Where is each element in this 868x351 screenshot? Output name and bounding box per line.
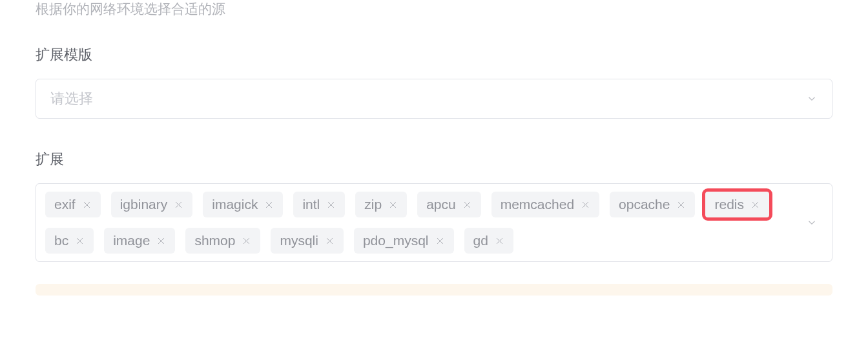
helper-text: 根据你的网络环境选择合适的源 <box>36 0 832 18</box>
extension-tag-exif[interactable]: exif <box>45 192 101 217</box>
tag-label: pdo_mysql <box>363 233 429 248</box>
extension-tag-mysqli[interactable]: mysqli <box>271 228 344 254</box>
extension-tag-redis[interactable]: redis <box>705 192 769 217</box>
extensions-tag-container[interactable]: exifigbinaryimagickintlzipapcumemcachedo… <box>36 183 832 262</box>
tag-label: zip <box>364 197 382 212</box>
extension-tag-imagick[interactable]: imagick <box>203 192 283 217</box>
tag-label: imagick <box>212 197 258 212</box>
close-icon[interactable] <box>75 236 85 246</box>
close-icon[interactable] <box>435 236 445 246</box>
alert-box <box>36 284 832 296</box>
tag-label: gd <box>473 233 488 248</box>
section-label-extensions: 扩展 <box>36 150 832 169</box>
close-icon[interactable] <box>325 236 335 246</box>
extension-tag-igbinary[interactable]: igbinary <box>111 192 193 217</box>
close-icon[interactable] <box>676 200 686 210</box>
select-placeholder: 请选择 <box>50 89 93 108</box>
tag-label: memcached <box>501 197 574 212</box>
template-select[interactable]: 请选择 <box>36 79 832 119</box>
close-icon[interactable] <box>388 200 398 210</box>
tag-label: bc <box>54 233 68 248</box>
extension-tag-image[interactable]: image <box>104 228 175 254</box>
tag-label: igbinary <box>120 197 168 212</box>
close-icon[interactable] <box>174 200 183 210</box>
chevron-down-icon <box>806 217 818 228</box>
tag-label: image <box>113 233 150 248</box>
extension-tag-pdo_mysql[interactable]: pdo_mysql <box>354 228 454 254</box>
extension-tag-bc[interactable]: bc <box>45 228 94 254</box>
extension-tag-gd[interactable]: gd <box>464 228 513 254</box>
extension-tag-shmop[interactable]: shmop <box>185 228 260 254</box>
chevron-down-icon <box>806 93 818 105</box>
tag-label: mysqli <box>280 233 318 248</box>
extension-tag-opcache[interactable]: opcache <box>610 192 695 217</box>
close-icon[interactable] <box>750 200 760 210</box>
close-icon[interactable] <box>581 200 590 210</box>
tag-label: exif <box>54 197 76 212</box>
close-icon[interactable] <box>82 200 92 210</box>
tag-label: opcache <box>619 197 670 212</box>
section-label-template: 扩展模版 <box>36 45 832 65</box>
extension-tag-apcu[interactable]: apcu <box>417 192 481 217</box>
close-icon[interactable] <box>462 200 472 210</box>
close-icon[interactable] <box>495 236 504 246</box>
close-icon[interactable] <box>242 236 251 246</box>
tag-label: apcu <box>426 197 456 212</box>
close-icon[interactable] <box>264 200 274 210</box>
tag-label: shmop <box>194 233 235 248</box>
close-icon[interactable] <box>156 236 166 246</box>
extension-tag-intl[interactable]: intl <box>293 192 345 217</box>
close-icon[interactable] <box>326 200 336 210</box>
extension-tag-zip[interactable]: zip <box>355 192 407 217</box>
tag-label: redis <box>714 197 744 212</box>
extension-tag-memcached[interactable]: memcached <box>491 192 599 217</box>
tag-label: intl <box>302 197 320 212</box>
